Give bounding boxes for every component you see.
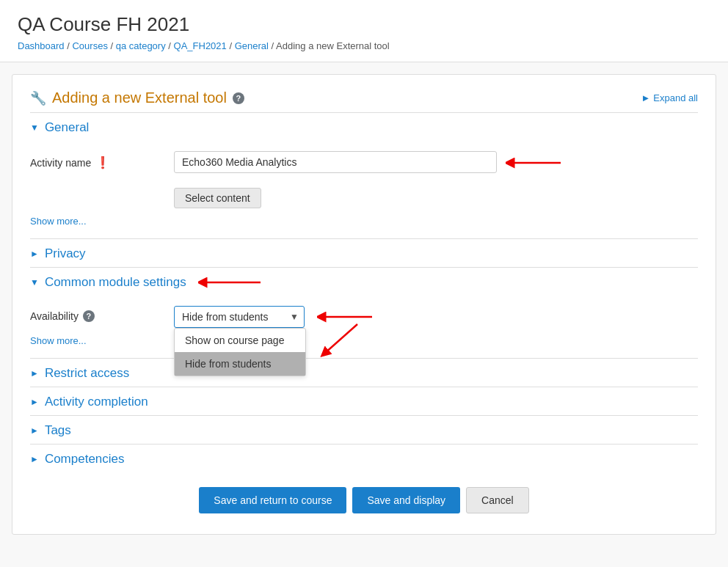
breadcrumb-qa-fh2021[interactable]: QA_FH2021	[174, 40, 227, 51]
section-privacy: ► Privacy	[30, 238, 698, 267]
form-title-area: 🔧 Adding a new External tool ?	[30, 89, 244, 106]
page-title: QA Course FH 2021	[18, 13, 710, 36]
section-activity-completion-title: Activity completion	[45, 395, 148, 409]
page-wrapper: QA Course FH 2021 Dashboard / Courses / …	[0, 0, 728, 535]
breadcrumb: Dashboard / Courses / qa category / QA_F…	[18, 40, 710, 51]
section-privacy-header[interactable]: ► Privacy	[30, 239, 698, 267]
save-display-button[interactable]: Save and display	[352, 487, 460, 513]
required-icon: ❗	[95, 156, 110, 169]
section-restrict-access: ► Restrict access	[30, 358, 698, 387]
section-general-body: Activity name ❗	[30, 141, 698, 238]
section-competencies-title: Competencies	[45, 452, 125, 467]
section-restrict-access-header[interactable]: ► Restrict access	[30, 359, 698, 387]
availability-row: Availability ? Show on course page Hide …	[30, 301, 698, 332]
general-show-more[interactable]: Show more...	[30, 213, 698, 233]
breadcrumb-courses[interactable]: Courses	[72, 40, 107, 51]
availability-control: Show on course page Hide from students ▼…	[174, 306, 698, 328]
section-competencies-header[interactable]: ► Competencies	[30, 445, 698, 472]
form-title-text: Adding a new External tool	[52, 89, 227, 106]
section-restrict-access-title: Restrict access	[45, 366, 129, 381]
dropdown-item-hide[interactable]: Hide from students	[175, 352, 305, 376]
activity-name-control	[174, 151, 698, 173]
section-common-module-header[interactable]: ▼ Common module settings	[30, 268, 698, 296]
form-buttons: Save and return to course Save and displ…	[30, 472, 698, 516]
privacy-chevron-icon: ►	[30, 249, 39, 259]
section-activity-completion-header[interactable]: ► Activity completion	[30, 387, 698, 415]
arrow-to-common-module	[198, 276, 264, 289]
main-content: 🔧 Adding a new External tool ? ► Expand …	[12, 74, 716, 535]
section-tags: ► Tags	[30, 415, 698, 444]
availability-help-icon[interactable]: ?	[83, 310, 95, 322]
restrict-access-chevron-icon: ►	[30, 368, 39, 378]
arrow-to-input	[506, 156, 564, 169]
general-chevron-icon: ▼	[30, 122, 39, 133]
breadcrumb-current: Adding a new External tool	[276, 40, 390, 51]
section-common-module-body: Availability ? Show on course page Hide …	[30, 296, 698, 358]
common-module-chevron-icon: ▼	[30, 277, 39, 288]
activity-completion-chevron-icon: ►	[30, 397, 39, 407]
competencies-chevron-icon: ►	[30, 454, 39, 464]
section-tags-title: Tags	[45, 423, 71, 438]
common-module-show-more[interactable]: Show more...	[30, 332, 698, 352]
dropdown-item-show[interactable]: Show on course page	[175, 329, 305, 352]
breadcrumb-qa-category[interactable]: qa category	[116, 40, 166, 51]
availability-label: Availability ?	[30, 306, 162, 322]
form-title-help-icon[interactable]: ?	[233, 92, 244, 104]
availability-select[interactable]: Show on course page Hide from students	[174, 306, 305, 328]
svg-line-7	[324, 324, 357, 354]
expand-all-chevron: ►	[641, 92, 650, 103]
section-common-module-title: Common module settings	[45, 275, 186, 290]
section-tags-header[interactable]: ► Tags	[30, 416, 698, 444]
section-activity-completion: ► Activity completion	[30, 387, 698, 415]
form-title-row: 🔧 Adding a new External tool ? ► Expand …	[30, 89, 698, 106]
breadcrumb-dashboard[interactable]: Dashboard	[18, 40, 65, 51]
section-privacy-title: Privacy	[45, 246, 86, 261]
arrow-to-hide-option	[317, 321, 361, 357]
header-section: QA Course FH 2021 Dashboard / Courses / …	[0, 0, 728, 62]
availability-dropdown-wrap: Show on course page Hide from students ▼…	[174, 306, 305, 328]
breadcrumb-general[interactable]: General	[235, 40, 269, 51]
expand-all-label: Expand all	[653, 92, 698, 103]
activity-name-label: Activity name ❗	[30, 151, 162, 169]
expand-all-button[interactable]: ► Expand all	[641, 92, 698, 103]
save-return-button[interactable]: Save and return to course	[199, 487, 346, 513]
external-tool-icon: 🔧	[30, 90, 46, 106]
select-content-row: Select content	[30, 178, 698, 213]
cancel-button[interactable]: Cancel	[466, 487, 529, 513]
select-content-button[interactable]: Select content	[174, 188, 261, 208]
section-common-module: ▼ Common module settings Availability	[30, 267, 698, 358]
activity-name-row: Activity name ❗	[30, 147, 698, 178]
activity-name-input[interactable]	[174, 151, 497, 173]
availability-dropdown-menu: Show on course page Hide from students	[174, 328, 306, 376]
section-general-title: General	[45, 120, 89, 135]
tags-chevron-icon: ►	[30, 425, 39, 436]
section-competencies: ► Competencies	[30, 444, 698, 472]
section-general-header[interactable]: ▼ General	[30, 112, 698, 141]
